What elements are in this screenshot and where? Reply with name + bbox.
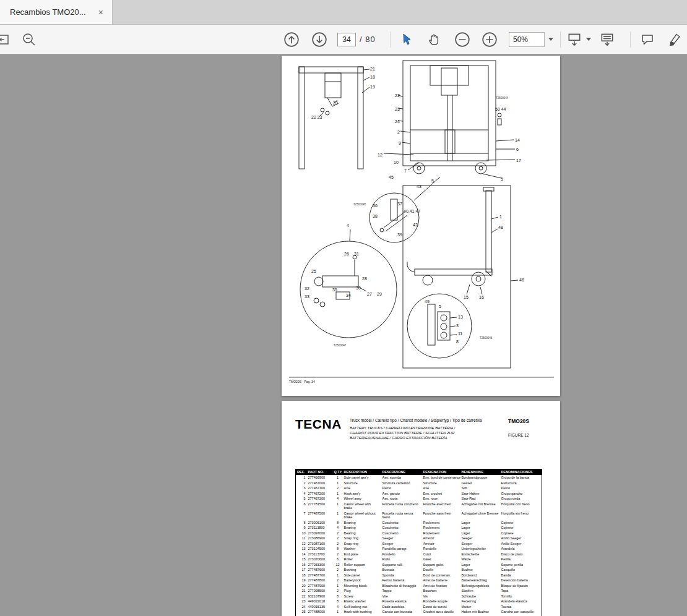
table-cell: 277487600 <box>307 567 333 573</box>
table-cell: 3 <box>296 486 307 491</box>
table-cell: 24 <box>296 604 307 610</box>
table-cell: 7 <box>296 511 307 520</box>
table-cell: 273070600 <box>307 557 333 562</box>
table-cell: 8 <box>333 599 343 604</box>
drawing-code-label: T2500047 <box>334 344 346 347</box>
table-cell: Culot <box>422 552 460 557</box>
table-cell: 6 <box>296 502 307 511</box>
part-number-label: 7 <box>404 169 407 173</box>
select-tool-icon[interactable] <box>401 33 413 46</box>
table-cell: Side panel <box>343 573 381 578</box>
table-cell: 2 <box>296 481 307 486</box>
table-cell: Fourche sans frein <box>422 511 460 520</box>
table-cell: Lager <box>460 520 500 526</box>
table-cell: Lager <box>460 531 500 536</box>
table-row: 244490151354Self locking nutDado autoblo… <box>296 604 542 610</box>
table-row: 52774673004Wheel assyAss. ruotaEns. roue… <box>296 496 542 502</box>
table-cell: Fourche avec frein <box>422 502 460 511</box>
previous-page-button[interactable] <box>283 32 300 48</box>
scrolling-mode-icon[interactable] <box>599 32 615 48</box>
share-panel-icon[interactable] <box>0 32 11 47</box>
table-cell: 277781500 <box>307 502 333 511</box>
table-cell: 4 <box>333 525 343 531</box>
table-cell: Walze <box>460 557 500 562</box>
table-cell: Snap ring <box>343 541 381 547</box>
table-cell: Wheel assy <box>343 496 381 502</box>
table-cell: Mounting block <box>343 583 381 589</box>
column-header: DENOMINACIONES <box>500 469 542 475</box>
marquee-zoom-icon[interactable] <box>21 32 37 48</box>
table-cell: 932107900 <box>307 594 333 599</box>
table-cell: Forcella ruota senza freno <box>381 511 422 520</box>
part-number-label: 10 <box>394 160 399 165</box>
hand-tool-icon[interactable] <box>428 32 443 47</box>
part-number-label: 12 <box>378 153 382 157</box>
table-row: 62777815001Castor wheel with brakeForcel… <box>296 502 542 511</box>
part-number-label: 48 <box>498 225 503 229</box>
part-number-label: 33 <box>305 294 309 299</box>
table-cell: 1 <box>333 475 343 481</box>
table-cell: Gestell <box>460 481 500 486</box>
table-cell: 8 <box>333 520 343 526</box>
document-viewport[interactable]: 2118192022 2322232429121074543550 441461… <box>0 54 687 616</box>
zoom-level-dropdown[interactable]: 50% <box>509 32 553 47</box>
page-display-dropdown[interactable] <box>566 32 591 48</box>
table-cell: 2 <box>333 541 343 547</box>
document-tab[interactable]: Recambios TMO20... × <box>0 0 113 24</box>
table-cell: 8 <box>333 594 343 599</box>
table-cell: 13 <box>296 546 307 552</box>
page-number-input[interactable] <box>337 33 356 46</box>
figure-number: FIGURE 12 <box>508 433 549 437</box>
table-cell: Anillo Seeger <box>500 541 542 547</box>
table-cell: 2 <box>333 567 343 573</box>
drawing-code-label: T2500045 <box>353 203 366 206</box>
table-cell: 4 <box>333 604 343 610</box>
table-cell: Forcella ruota con freno <box>381 502 422 511</box>
table-cell: Roulement <box>422 525 460 531</box>
table-cell: Self locking nut <box>343 604 381 610</box>
table-cell: 277487900 <box>307 583 333 589</box>
zoom-in-button[interactable] <box>482 32 498 48</box>
comment-icon[interactable] <box>640 32 655 47</box>
table-cell: 277488000 <box>307 609 333 615</box>
table-cell: Structure <box>343 481 381 486</box>
highlight-tool-icon[interactable] <box>668 32 683 47</box>
next-page-button[interactable] <box>311 32 327 48</box>
table-cell: Batterieanschlag <box>460 578 500 583</box>
table-cell: Crochet avec douille <box>422 609 460 615</box>
part-number-label: 34 <box>346 293 351 297</box>
table-cell: 2 <box>333 536 343 541</box>
table-cell: Rondelle <box>422 546 460 552</box>
table-cell: Roulement <box>422 520 460 526</box>
table-cell: Bordwand <box>460 573 500 578</box>
part-number-label: 5 <box>439 304 441 309</box>
tab-bar: Recambios TMO20... × <box>0 0 687 25</box>
table-row: 202774879001Mounting blockBlocchetto di … <box>296 583 542 589</box>
table-cell: Rondella paragr. <box>381 546 422 552</box>
table-cell: Seeger <box>460 536 500 541</box>
zoom-out-button[interactable] <box>454 32 470 48</box>
table-cell: 4 <box>296 491 307 497</box>
toolbar-separator <box>390 32 391 48</box>
part-number-label: 50 44 <box>495 107 506 111</box>
diagram-labels: 2118192022 2322232429121074543550 441461… <box>282 56 560 396</box>
table-cell: 277098500 <box>307 588 333 594</box>
table-cell: 22 <box>296 594 307 599</box>
table-row: 22774670001StructureStruttura carrellino… <box>296 481 542 486</box>
part-number-label: 6 <box>516 147 519 152</box>
tab-close-icon[interactable]: × <box>96 7 106 17</box>
column-header: REF. <box>296 469 307 475</box>
page-total-label: / 80 <box>360 35 376 44</box>
table-cell: 9 <box>296 525 307 531</box>
table-row: 192774878002BatterylockFermo batteriaArr… <box>296 578 542 583</box>
table-cell: Cuscinetto <box>381 520 422 526</box>
table-cell: Bearing <box>343 525 381 531</box>
table-cell: Bussola <box>381 567 422 573</box>
table-cell: Axle <box>343 486 381 491</box>
table-cell: Satz-Rad <box>460 496 500 502</box>
table-cell: Arretoir <box>422 536 460 541</box>
part-number-label: 3 <box>456 323 459 328</box>
table-row: 252774880001Hook with bushingGancio con … <box>296 609 542 615</box>
table-cell: Arret de batterie <box>422 578 460 583</box>
table-cell: 1 <box>333 502 343 511</box>
